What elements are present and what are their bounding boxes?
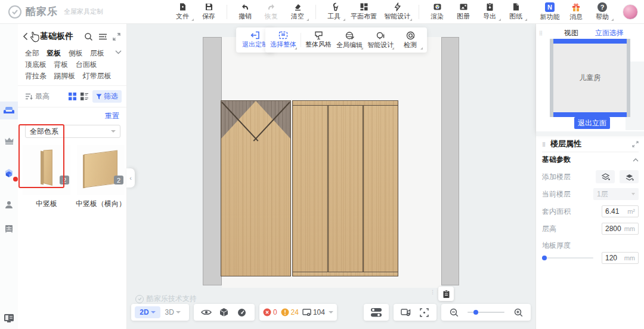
add-floor-above-button[interactable] — [596, 170, 615, 183]
count-badge: 2 — [60, 176, 69, 185]
drag-handle-dots[interactable]: ⣿ — [542, 143, 548, 146]
select-whole-button[interactable]: 选择整体 — [268, 28, 299, 52]
list-view-icon[interactable] — [80, 93, 88, 100]
category-item[interactable]: 层板 — [90, 48, 104, 59]
zoom-slider[interactable] — [467, 312, 504, 313]
tools-button[interactable]: 工具 — [321, 1, 347, 23]
add-floor-below-button[interactable] — [620, 170, 639, 183]
floorplan-minimap[interactable]: 儿童房 — [536, 39, 644, 117]
save-button[interactable]: 保存 — [196, 1, 222, 23]
left-nav-strip — [0, 24, 18, 329]
user-avatar[interactable] — [623, 4, 638, 20]
product-thumbnail: 2 — [77, 145, 125, 195]
smart-design-button[interactable]: 智能设计 — [380, 1, 414, 23]
category-item[interactable]: 全部 — [25, 48, 39, 59]
drawings-button[interactable]: 图纸 — [503, 1, 529, 23]
smart-design-canvas-button[interactable]: 智能设计 — [365, 28, 396, 52]
camera-settings-icon[interactable] — [397, 305, 415, 320]
chevron-down-icon[interactable] — [115, 50, 122, 54]
floor-thickness-label-row: 地板厚度 — [542, 240, 639, 251]
global-edit-button[interactable]: 全局编辑 — [334, 28, 365, 52]
zoom-in-icon[interactable] — [509, 305, 527, 320]
mode-2d-button[interactable]: 2D — [135, 306, 160, 318]
wardrobe-left-unit[interactable] — [221, 100, 291, 276]
tab-elevation-select[interactable]: 立面选择 — [595, 28, 624, 38]
sort-label[interactable]: 最高 — [35, 91, 49, 102]
expand-section-icon[interactable] — [632, 141, 639, 147]
reset-link[interactable]: 重置 — [105, 112, 119, 120]
product-item-horizontal-panel[interactable]: 2 中竖板（横向） — [76, 145, 125, 209]
render-button[interactable]: 渲染 — [424, 1, 450, 23]
wardrobe-door[interactable] — [363, 106, 398, 272]
category-item[interactable]: 背板 — [54, 59, 68, 70]
panel-collapse-tab[interactable]: ‹ — [126, 168, 135, 187]
zoom-slider-handle[interactable] — [473, 310, 478, 315]
grid-view-icon[interactable] — [69, 93, 76, 100]
focus-center-icon[interactable] — [415, 305, 433, 320]
wardrobe-door[interactable] — [328, 106, 363, 272]
issue-counter-card[interactable]: 0 24 104 — [259, 304, 337, 321]
category-item[interactable]: 灯带层板 — [83, 70, 112, 82]
filter-button[interactable]: 筛选 — [92, 90, 122, 103]
cube-view-icon[interactable] — [215, 305, 233, 320]
search-icon[interactable] — [84, 32, 93, 41]
caret-down-icon — [176, 311, 181, 313]
clear-button[interactable]: 清空 — [284, 1, 311, 23]
floor-height-input[interactable]: 2800 mm — [602, 223, 639, 235]
slider-handle[interactable] — [542, 256, 547, 260]
sort-settings-icon[interactable] — [98, 33, 107, 41]
drag-handle-dots[interactable]: ⣿ — [539, 32, 545, 35]
nav-vip-item[interactable] — [0, 131, 18, 149]
design-canvas[interactable]: 退出定制 选择整体 整体风格 全局编辑 智能设计 — [127, 24, 535, 329]
category-item-active[interactable]: 竖板 — [47, 48, 61, 59]
sort-icon[interactable] — [25, 93, 33, 100]
current-floor-select[interactable]: 1层 — [593, 188, 639, 200]
floor-thickness-input[interactable]: 120 mm — [602, 252, 639, 264]
category-item[interactable]: 背拉条 — [25, 70, 47, 82]
category-item[interactable]: 台面板 — [76, 59, 97, 70]
category-item[interactable]: 顶底板 — [25, 59, 47, 70]
album-button[interactable]: 图册 — [450, 1, 476, 23]
nav-cabinet-item[interactable] — [0, 220, 18, 238]
collapse-panel-button[interactable] — [0, 309, 18, 327]
visibility-eye-icon[interactable] — [197, 305, 215, 320]
redo-button[interactable]: 恢复 — [258, 1, 284, 23]
wardrobe-elevation[interactable] — [221, 100, 398, 276]
clipboard-button[interactable] — [438, 287, 454, 301]
nav-account-item[interactable] — [0, 196, 18, 214]
monitor-icon — [302, 309, 311, 316]
toggle-sliders-icon[interactable] — [367, 305, 385, 320]
help-button[interactable]: ? 帮助 — [589, 1, 615, 23]
tab-view[interactable]: 视图 — [564, 28, 578, 38]
minimap-wall-top-selected[interactable] — [553, 39, 627, 44]
file-button[interactable]: 文件 — [169, 1, 196, 23]
expand-panel-icon[interactable] — [113, 33, 120, 41]
exit-elevation-button[interactable]: 退出立面 — [574, 117, 610, 129]
minimap-wall-bottom-selected[interactable] — [553, 112, 627, 117]
mode-3d-button[interactable]: 3D — [160, 306, 185, 318]
category-item[interactable]: 踢脚板 — [54, 70, 75, 82]
category-item[interactable]: 侧板 — [69, 48, 83, 59]
color-family-select[interactable]: 全部色系 — [25, 125, 120, 138]
performance-gauge-icon[interactable] — [233, 305, 251, 320]
export-button[interactable]: 导出 — [476, 1, 503, 23]
add-floor-row: 添加楼层 — [542, 169, 639, 185]
new-feature-button[interactable]: N 新功能 — [537, 1, 563, 23]
wardrobe-right-unit[interactable] — [292, 100, 398, 276]
messages-button[interactable]: 消息 — [563, 1, 589, 23]
undo-button[interactable]: 撤销 — [232, 1, 258, 23]
nav-furniture-item[interactable] — [0, 102, 18, 119]
floor-properties-section: ⣿ 楼层属性 基础参数 添加楼层 当前楼层 1层 — [536, 136, 644, 329]
basic-params-header[interactable]: 基础参数 — [542, 152, 639, 167]
nav-3d-model-item[interactable] — [0, 164, 18, 182]
wardrobe-door[interactable] — [293, 106, 328, 272]
minimap-room[interactable]: 儿童房 — [553, 44, 627, 112]
zoom-out-icon[interactable] — [445, 305, 463, 320]
detect-button[interactable]: 检测 — [396, 28, 425, 52]
floorplan-button[interactable]: 平面布置 — [347, 1, 380, 23]
product-item-vertical-panel[interactable]: 2 中竖板 — [23, 145, 70, 209]
back-icon[interactable] — [23, 32, 28, 41]
interior-area-input[interactable]: 6.41 m² — [602, 205, 639, 217]
overall-style-button[interactable]: 整体风格 — [303, 28, 334, 52]
floor-thickness-slider[interactable] — [542, 257, 593, 259]
